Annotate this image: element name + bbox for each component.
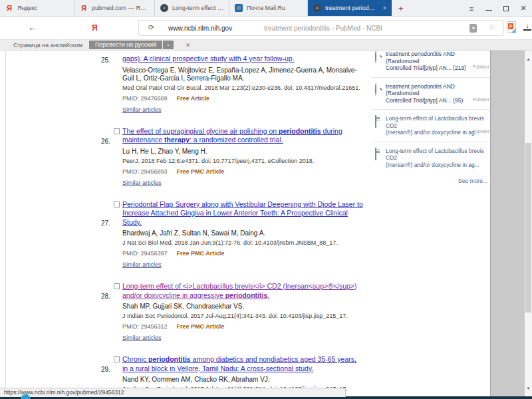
recent-activity-panel: treatment periodontitis AND (RandomizedC… [371, 51, 491, 190]
extension-icon[interactable]: P [507, 21, 516, 33]
result-pmid: PMID: 29456893 [122, 168, 168, 175]
close-window-button[interactable]: ✕ [515, 0, 532, 17]
result-title-row: 26.The effect of supragingival glycine a… [101, 127, 367, 145]
pubmed-favicon-icon: ≈ [313, 4, 321, 12]
translate-button[interactable]: Перевести на русский [89, 41, 162, 49]
translate-label: Страница на английском [13, 42, 82, 49]
browser-window: ЯЯндексЯpubmed.com — Яндекс: на…≈Long-te… [0, 0, 532, 399]
tab-active[interactable]: ≈treatment periodontitis× [308, 0, 392, 16]
similar-articles-link[interactable]: Similar articles [122, 106, 162, 114]
result-title-link[interactable]: The effect of supragingival glycine air … [122, 127, 364, 145]
scrollbar-thumb[interactable] [525, 143, 531, 313]
download-icon[interactable]: ↓ [523, 22, 531, 31]
panel-item-source-badge: PubMed [473, 96, 489, 104]
result-journal: Med Oral Patol Oral Cir Bucal. 2018 Mar … [122, 84, 362, 92]
translate-chevron-down-icon[interactable]: ⌄ [163, 41, 174, 49]
grey-side-strip [490, 51, 525, 397]
result-title-link[interactable]: gaps). A clinical prospective study with… [122, 55, 364, 64]
result-title-bold-term: periodontitis [279, 127, 321, 135]
address-bar[interactable]: ⟳ www.ncbi.nlm.nih.gov treatment periodo… [138, 20, 504, 36]
result-title-link[interactable]: Chronic periodontitis among diabetics an… [122, 355, 364, 373]
result-number: 27. [101, 219, 110, 227]
panel-item-source-badge: PubMed [473, 128, 489, 136]
result-checkbox[interactable] [114, 128, 120, 134]
tab[interactable]: ЯЯндекс [0, 0, 74, 16]
similar-articles-link[interactable]: Similar articles [122, 334, 162, 342]
result-title-row: 29.Chronic periodontitis among diabetics… [101, 355, 367, 373]
tab-label: Long-term effect of Lactoba… [172, 5, 223, 11]
new-tab-button[interactable]: + [392, 0, 410, 16]
result-number: 29. [101, 366, 110, 373]
scrollbar-up-icon[interactable]: ▲ [525, 57, 531, 61]
panel-item-line: Long-term effect of Lactobacillus brevis… [386, 115, 489, 129]
tab[interactable]: ≈Long-term effect of Lactoba… [155, 0, 229, 16]
minimize-button[interactable] [480, 0, 497, 17]
result-free-article-label: Free PMC Article [177, 168, 225, 175]
protect-lock-icon[interactable] [469, 24, 477, 33]
result-number: 25. [101, 57, 110, 64]
status-url-bubble: https://www.ncbi.nlm.nih.gov/pubmed/2945… [0, 388, 346, 397]
tab-close-icon[interactable]: × [383, 5, 386, 11]
scrollbar-down-icon[interactable]: ▼ [525, 386, 531, 390]
tab-bar: ЯЯндексЯpubmed.com — Яндекс: на…≈Long-te… [0, 0, 532, 17]
restore-button[interactable] [497, 0, 515, 17]
search-result-item: 26.The effect of supragingival glycine a… [101, 127, 367, 188]
panel-item-text: Long-term effect of Lactobacillus brevis… [386, 148, 489, 169]
result-authors: Bhardwaj A, Jafri Z, Sultan N, Sawai M, … [122, 229, 362, 237]
result-authors: Velasco-Ortega E, Wojtovicz E, España-Lo… [122, 66, 362, 82]
document-icon [375, 115, 386, 136]
result-title-row: 25.gaps). A clinical prospective study w… [101, 55, 367, 64]
result-meta: Velasco-Ortega E, Wojtovicz E, España-Lo… [122, 66, 367, 114]
see-more-link[interactable]: See more... [371, 174, 491, 190]
result-title-link[interactable]: Long-term effect of <i>Lactobacillus bre… [122, 282, 364, 300]
pubmed-favicon-icon: ≈ [160, 4, 168, 12]
result-free-article-label: Free Article [177, 95, 209, 102]
result-number: 26. [101, 138, 110, 145]
result-journal: PeerJ. 2018 Feb 12;6:e4371. doi: 10.7717… [122, 158, 362, 165]
similar-articles-link[interactable]: Similar articles [122, 180, 162, 187]
tab-label: treatment periodontitis [325, 5, 378, 11]
panel-item[interactable]: treatment periodontitis AND (RandomizedC… [371, 77, 491, 110]
yandex-home-button[interactable]: Я [92, 23, 98, 33]
panel-item-line: treatment periodontitis AND (Randomized [386, 51, 489, 65]
result-title-row: 27.Periodontal Flap Surgery along with V… [101, 200, 367, 227]
similar-articles-link[interactable]: Similar articles [122, 261, 162, 269]
url-domain[interactable]: www.ncbi.nlm.nih.gov [168, 25, 232, 32]
browser-menu-button[interactable]: ≡ [463, 0, 480, 17]
result-authors: Nand KY, Oommen AM, Chacko RK, Abraham V… [122, 376, 362, 384]
result-journal: J Indian Soc Periodontol. 2017 Jul-Aug;2… [122, 313, 362, 320]
minimize-icon [485, 10, 492, 11]
result-authors: Lu H, He L, Zhao Y, Meng H. [122, 148, 362, 156]
result-free-article-label: Free PMC Article [177, 323, 225, 330]
url-page-title: treatment periodontitis - PubMed - NCBI [264, 25, 382, 32]
result-checkbox[interactable] [114, 201, 120, 207]
result-title-row: 28.Long-term effect of <i>Lactobacillus … [101, 282, 367, 300]
result-title-link[interactable]: Periodontal Flap Surgery along with Vest… [122, 200, 364, 227]
search-result-item: 27.Periodontal Flap Surgery along with V… [101, 200, 367, 270]
extension-fold [511, 29, 515, 33]
bookmark-star-icon[interactable]: ☆ [488, 23, 495, 32]
panel-item[interactable]: Long-term effect of Lactobacillus brevis… [371, 142, 491, 174]
result-gutter: 25. [101, 55, 122, 64]
panel-item[interactable]: treatment periodontitis AND (RandomizedC… [371, 51, 491, 77]
result-title-bold-term: periodontitis [225, 291, 268, 299]
result-authors: Shah MP, Gujjari SK, Chandrasekhar VS. [122, 303, 362, 311]
result-checkbox[interactable] [114, 356, 120, 362]
reload-icon[interactable]: ⟳ [148, 23, 154, 32]
translate-close-icon[interactable]: ✕ [186, 42, 191, 49]
search-icon [375, 83, 386, 104]
tab[interactable]: @Почта Mail.Ru [229, 0, 308, 16]
search-result-item: 25.gaps). A clinical prospective study w… [101, 55, 367, 114]
panel-item[interactable]: Long-term effect of Lactobacillus brevis… [371, 109, 491, 142]
panel-item-source-badge: PubMed [473, 64, 489, 71]
search-results-list: 25.gaps). A clinical prospective study w… [101, 51, 367, 397]
yandex-favicon-icon: Я [5, 4, 13, 12]
tabs-holder: ЯЯндексЯpubmed.com — Яндекс: на…≈Long-te… [0, 0, 392, 16]
back-button[interactable]: ← [28, 22, 37, 33]
result-checkbox[interactable] [114, 283, 120, 289]
restore-icon [503, 6, 509, 11]
window-controls: ≡ ✕ [463, 0, 532, 17]
tab-label: Яндекс [17, 5, 37, 11]
tab[interactable]: Яpubmed.com — Яндекс: на… [74, 0, 155, 16]
result-gutter: 27. [101, 200, 122, 227]
